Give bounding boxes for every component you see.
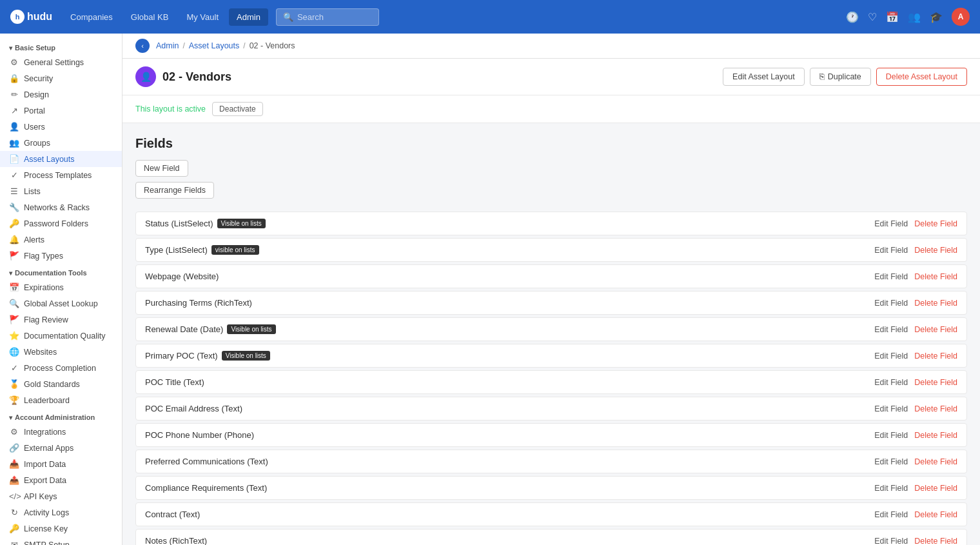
edit-asset-layout-button[interactable]: Edit Asset Layout xyxy=(723,68,805,86)
clock-icon[interactable]: 🕐 xyxy=(846,11,859,23)
field-row-actions: Edit FieldDelete Field xyxy=(874,378,957,387)
field-row-actions: Edit FieldDelete Field xyxy=(874,219,957,228)
sidebar-item-alerts[interactable]: 🔔 Alerts xyxy=(0,232,122,248)
delete-field-button[interactable]: Delete Field xyxy=(914,431,957,440)
sidebar-item-import-data[interactable]: 📥 Import Data xyxy=(0,456,122,472)
edit-field-button[interactable]: Edit Field xyxy=(874,219,908,228)
sidebar-item-global-asset-lookup[interactable]: 🔍 Global Asset Lookup xyxy=(0,295,122,312)
edit-field-button[interactable]: Edit Field xyxy=(874,272,908,281)
sidebar-item-doc-quality[interactable]: ⭐ Documentation Quality xyxy=(0,328,122,344)
graduation-icon[interactable]: 🎓 xyxy=(930,11,943,23)
delete-field-button[interactable]: Delete Field xyxy=(914,299,957,308)
sidebar-item-general-settings[interactable]: ⚙ General Settings xyxy=(0,54,122,70)
table-row: POC Title (Text)Edit FieldDelete Field xyxy=(135,370,967,394)
sidebar-item-design[interactable]: ✏ Design xyxy=(0,86,122,103)
user-avatar[interactable]: A xyxy=(952,8,970,26)
table-row: POC Email Address (Text)Edit FieldDelete… xyxy=(135,397,967,421)
edit-field-button[interactable]: Edit Field xyxy=(874,404,908,413)
license-icon: 🔑 xyxy=(9,524,19,533)
sidebar-item-process-templates[interactable]: ✓ Process Templates xyxy=(0,167,122,183)
breadcrumb-sep-1: / xyxy=(182,41,184,50)
sidebar-item-external-apps[interactable]: 🔗 External Apps xyxy=(0,440,122,456)
delete-asset-layout-button[interactable]: Delete Asset Layout xyxy=(876,68,967,86)
table-row: Type (ListSelect)visible on listsEdit Fi… xyxy=(135,238,967,262)
edit-field-button[interactable]: Edit Field xyxy=(874,484,908,493)
delete-field-button[interactable]: Delete Field xyxy=(914,246,957,255)
rearrange-fields-button[interactable]: Rearrange Fields xyxy=(135,182,214,199)
sidebar-section-docs[interactable]: ▾ Documentation Tools xyxy=(0,264,122,279)
fields-list: Status (ListSelect)Visible on listsEdit … xyxy=(135,212,967,545)
table-row: Purchasing Terms (RichText)Edit FieldDel… xyxy=(135,291,967,315)
delete-field-button[interactable]: Delete Field xyxy=(914,537,957,546)
sidebar-item-lists[interactable]: ☰ Lists xyxy=(0,183,122,199)
sidebar-item-security[interactable]: 🔒 Security xyxy=(0,70,122,86)
breadcrumb-admin[interactable]: Admin xyxy=(156,41,179,50)
sidebar-section-account[interactable]: ▾ Account Administration xyxy=(0,408,122,424)
table-row: Notes (RichText)Edit FieldDelete Field xyxy=(135,529,967,545)
activity-icon: ↻ xyxy=(9,508,19,517)
sidebar-item-leaderboard[interactable]: 🏆 Leaderboard xyxy=(0,392,122,408)
search-input[interactable] xyxy=(297,12,372,22)
delete-field-button[interactable]: Delete Field xyxy=(914,272,957,281)
delete-field-button[interactable]: Delete Field xyxy=(914,219,957,228)
edit-field-button[interactable]: Edit Field xyxy=(874,246,908,255)
field-name: Compliance Requirements (Text) xyxy=(145,483,874,493)
nav-admin[interactable]: Admin xyxy=(229,8,268,26)
flag-review-icon: 🚩 xyxy=(9,315,19,324)
sidebar-item-password-folders[interactable]: 🔑 Password Folders xyxy=(0,215,122,232)
nav-my-vault[interactable]: My Vault xyxy=(179,8,226,26)
app-logo[interactable]: h hudu xyxy=(10,10,52,24)
sidebar-item-process-completion[interactable]: ✓ Process Completion xyxy=(0,360,122,376)
edit-field-button[interactable]: Edit Field xyxy=(874,457,908,466)
delete-field-button[interactable]: Delete Field xyxy=(914,352,957,361)
delete-field-button[interactable]: Delete Field xyxy=(914,457,957,466)
delete-field-button[interactable]: Delete Field xyxy=(914,484,957,493)
sidebar-item-portal[interactable]: ↗ Portal xyxy=(0,103,122,119)
edit-field-button[interactable]: Edit Field xyxy=(874,510,908,519)
edit-field-button[interactable]: Edit Field xyxy=(874,378,908,387)
check-circle-icon: ✓ xyxy=(9,363,19,373)
sidebar-item-asset-layouts[interactable]: 📄 Asset Layouts xyxy=(0,151,122,167)
sidebar-item-networks[interactable]: 🔧 Networks & Racks xyxy=(0,199,122,215)
delete-field-button[interactable]: Delete Field xyxy=(914,378,957,387)
edit-field-button[interactable]: Edit Field xyxy=(874,537,908,546)
sidebar-item-integrations[interactable]: ⚙ Integrations xyxy=(0,424,122,440)
back-button[interactable]: ‹ xyxy=(135,39,150,53)
edit-field-button[interactable]: Edit Field xyxy=(874,299,908,308)
deactivate-button[interactable]: Deactivate xyxy=(212,102,263,116)
sidebar-item-expirations[interactable]: 📅 Expirations xyxy=(0,279,122,295)
calendar-icon[interactable]: 📅 xyxy=(886,11,899,23)
sidebar-item-activity-logs[interactable]: ↻ Activity Logs xyxy=(0,504,122,520)
delete-field-button[interactable]: Delete Field xyxy=(914,325,957,334)
sidebar-item-users[interactable]: 👤 Users xyxy=(0,119,122,135)
search-icon: 🔍 xyxy=(283,12,293,22)
page-title: 02 - Vendors xyxy=(162,70,723,84)
sidebar-item-flag-review[interactable]: 🚩 Flag Review xyxy=(0,312,122,328)
new-field-button[interactable]: New Field xyxy=(135,160,188,177)
edit-field-button[interactable]: Edit Field xyxy=(874,431,908,440)
sidebar-item-flag-types[interactable]: 🚩 Flag Types xyxy=(0,248,122,264)
delete-field-button[interactable]: Delete Field xyxy=(914,404,957,413)
edit-field-button[interactable]: Edit Field xyxy=(874,352,908,361)
search-box[interactable]: 🔍 xyxy=(276,8,379,26)
sidebar-section-basic[interactable]: ▾ Basic Setup xyxy=(0,39,122,54)
sidebar-item-api-keys[interactable]: </> API Keys xyxy=(0,488,122,504)
sidebar-item-license-key[interactable]: 🔑 License Key xyxy=(0,520,122,537)
nav-companies[interactable]: Companies xyxy=(63,8,121,26)
sidebar-item-export-data[interactable]: 📤 Export Data xyxy=(0,472,122,488)
heart-icon[interactable]: ♡ xyxy=(868,11,877,23)
edit-field-button[interactable]: Edit Field xyxy=(874,325,908,334)
duplicate-button[interactable]: ⎘ Duplicate xyxy=(810,68,871,86)
field-name: Status (ListSelect)Visible on lists xyxy=(145,219,874,228)
sidebar-item-groups[interactable]: 👥 Groups xyxy=(0,135,122,151)
users-icon[interactable]: 👥 xyxy=(908,11,921,23)
delete-field-button[interactable]: Delete Field xyxy=(914,510,957,519)
nav-icons: 🕐 ♡ 📅 👥 🎓 A xyxy=(846,8,970,26)
link-icon: 🔗 xyxy=(9,443,19,453)
field-name: Type (ListSelect)visible on lists xyxy=(145,245,874,255)
sidebar-item-gold-standards[interactable]: 🏅 Gold Standards xyxy=(0,376,122,392)
breadcrumb-asset-layouts[interactable]: Asset Layouts xyxy=(189,41,240,50)
sidebar-item-websites[interactable]: 🌐 Websites xyxy=(0,344,122,360)
nav-global-kb[interactable]: Global KB xyxy=(123,8,177,26)
sidebar-item-smtp-setup[interactable]: ✉ SMTP Setup xyxy=(0,537,122,545)
